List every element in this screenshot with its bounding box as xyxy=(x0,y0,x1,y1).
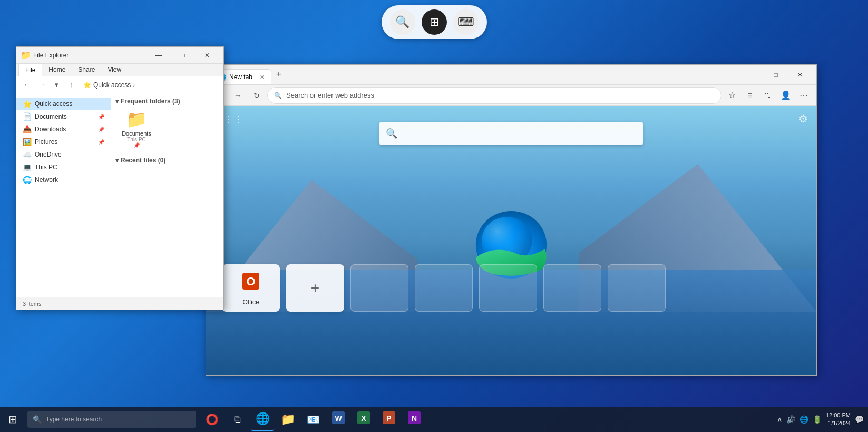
taskbar-search[interactable]: 🔍 Type here to search xyxy=(27,411,196,428)
onenote-icon: N xyxy=(408,411,421,427)
taskbar-search-placeholder: Type here to search xyxy=(46,416,102,423)
documents-pin-marker: 📌 xyxy=(133,142,140,148)
edge-taskbar-button[interactable]: 🌐 xyxy=(251,408,274,431)
file-explorer-title: File Explorer xyxy=(33,52,69,59)
sidebar-pictures-label: Pictures xyxy=(35,138,57,146)
explorer-taskbar-button[interactable]: 📁 xyxy=(276,408,299,431)
maximize-button[interactable]: □ xyxy=(171,47,195,64)
newtab-settings-button[interactable]: ⚙ xyxy=(798,112,808,125)
recent-files-header[interactable]: ▾ Recent files (0) xyxy=(115,157,219,164)
tab-file[interactable]: File xyxy=(18,64,42,76)
speed-dial-office-label: Office xyxy=(242,299,259,306)
forward-button[interactable]: → xyxy=(35,79,48,91)
browser-forward-button[interactable]: → xyxy=(229,87,246,104)
window-controls: — □ ✕ xyxy=(147,47,219,64)
downloads-icon: 📥 xyxy=(23,125,32,133)
frequent-folders-header[interactable]: ▾ Frequent folders (3) xyxy=(115,98,219,105)
sidebar-item-quick-access[interactable]: ⭐ Quick access xyxy=(16,98,111,110)
file-explorer-icon: 📁 xyxy=(21,50,31,60)
sidebar-item-onedrive[interactable]: ☁️ OneDrive xyxy=(16,148,111,161)
mail-taskbar-button[interactable]: 📧 xyxy=(301,408,325,431)
cortana-button[interactable]: ⭕ xyxy=(200,408,223,431)
tab-home[interactable]: Home xyxy=(42,64,72,76)
favorites-button[interactable]: ☆ xyxy=(724,87,740,104)
sidebar-onedrive-label: OneDrive xyxy=(35,151,62,158)
collections-button[interactable]: 🗂 xyxy=(759,87,776,104)
remote-desktop-button[interactable]: ⊞ xyxy=(422,9,447,35)
newtab-search-bar[interactable]: 🔍 xyxy=(379,122,643,145)
folder-grid: 📁 Documents This PC 📌 xyxy=(115,107,219,150)
keyboard-button[interactable]: ⌨ xyxy=(453,9,479,35)
speed-dial-empty-2 xyxy=(415,264,473,312)
volume-icon[interactable]: 🔊 xyxy=(786,415,795,424)
newtab-search-input[interactable] xyxy=(402,129,637,138)
pictures-icon: 🖼️ xyxy=(23,138,32,146)
reading-list-button[interactable]: ≡ xyxy=(742,87,758,104)
profile-button[interactable]: 👤 xyxy=(777,87,794,104)
sidebar-item-this-pc[interactable]: 💻 This PC xyxy=(16,161,111,174)
sidebar-item-pictures[interactable]: 🖼️ Pictures 📌 xyxy=(16,136,111,148)
titlebar-left: 📁 File Explorer xyxy=(21,50,69,60)
documents-folder[interactable]: 📁 Documents This PC 📌 xyxy=(115,107,158,150)
browser-navbar: ← → ↻ 🔍 Search or enter web address ☆ ≡ … xyxy=(206,85,816,106)
recent-locations-button[interactable]: ▾ xyxy=(50,79,63,91)
documents-icon: 📄 xyxy=(23,112,32,121)
file-explorer-window: 📁 File Explorer — □ ✕ File Home Share Vi… xyxy=(16,46,224,310)
svg-text:W: W xyxy=(335,414,342,423)
status-bar: 3 items xyxy=(16,297,223,310)
close-button[interactable]: ✕ xyxy=(195,47,219,64)
breadcrumb[interactable]: ⭐ Quick access › xyxy=(80,79,219,91)
downloads-pin-icon: 📌 xyxy=(98,127,104,132)
speed-dial-office[interactable]: O Office xyxy=(222,264,280,312)
onenote-taskbar-button[interactable]: N xyxy=(403,408,426,431)
network-icon: 🌐 xyxy=(23,176,32,184)
frequent-folders-section: ▾ Frequent folders (3) 📁 Documents This … xyxy=(115,98,219,150)
ribbon-tabs: File Home Share View xyxy=(16,64,223,76)
notification-button[interactable]: 💬 xyxy=(855,415,864,424)
item-count: 3 items xyxy=(23,301,41,307)
newtab-search-icon: 🔍 xyxy=(386,128,397,139)
up-button[interactable]: ↑ xyxy=(65,79,77,91)
tab-share[interactable]: Share xyxy=(72,64,101,76)
taskbar: ⊞ 🔍 Type here to search ⭕ ⧉ 🌐 📁 📧 W X xyxy=(0,407,868,432)
word-taskbar-button[interactable]: W xyxy=(327,408,350,431)
sidebar-network-label: Network xyxy=(35,176,58,184)
speed-dial-add[interactable]: + xyxy=(286,264,344,312)
address-bar[interactable]: 🔍 Search or enter web address xyxy=(267,87,721,104)
browser-minimize-button[interactable]: — xyxy=(739,66,764,83)
back-button[interactable]: ← xyxy=(21,79,33,91)
more-button[interactable]: ⋯ xyxy=(795,87,812,104)
mail-taskbar-icon: 📧 xyxy=(307,413,320,426)
office-icon: O xyxy=(240,271,261,296)
cortana-icon: ⭕ xyxy=(206,413,219,426)
tab-close-button[interactable]: ✕ xyxy=(260,74,265,81)
excel-taskbar-button[interactable]: X xyxy=(352,408,375,431)
tab-view[interactable]: View xyxy=(101,64,128,76)
minimize-button[interactable]: — xyxy=(147,47,171,64)
browser-content: ⋮⋮⋮ 🔍 ⚙ xyxy=(206,106,816,375)
sidebar-item-downloads[interactable]: 📥 Downloads 📌 xyxy=(16,123,111,136)
browser-toolbar-right: ☆ ≡ 🗂 👤 ⋯ xyxy=(724,87,812,104)
recent-files-section: ▾ Recent files (0) xyxy=(115,157,219,164)
add-icon: + xyxy=(311,280,319,296)
browser-refresh-button[interactable]: ↻ xyxy=(248,87,265,104)
new-tab-button[interactable]: + xyxy=(271,68,286,82)
sidebar-item-documents[interactable]: 📄 Documents 📌 xyxy=(16,110,111,123)
tab-label: New tab xyxy=(229,73,252,81)
sidebar-item-network[interactable]: 🌐 Network xyxy=(16,174,111,186)
system-clock[interactable]: 12:00 PM 1/1/2024 xyxy=(826,411,851,428)
browser-close-button[interactable]: ✕ xyxy=(788,66,812,83)
quick-access-icon: ⭐ xyxy=(23,100,32,108)
start-button[interactable]: ⊞ xyxy=(0,407,25,432)
network-status-icon[interactable]: 🌐 xyxy=(799,415,808,424)
zoom-button[interactable]: 🔍 xyxy=(390,9,415,35)
breadcrumb-chevron: › xyxy=(133,81,135,89)
powerpoint-taskbar-button[interactable]: P xyxy=(377,408,401,431)
task-view-button[interactable]: ⧉ xyxy=(226,408,249,431)
zoom-icon: 🔍 xyxy=(395,15,409,29)
battery-icon[interactable]: 🔋 xyxy=(813,415,822,424)
address-search-icon: 🔍 xyxy=(274,92,282,99)
browser-maximize-button[interactable]: □ xyxy=(764,66,788,83)
show-hidden-icons-button[interactable]: ∧ xyxy=(777,415,782,424)
keyboard-icon: ⌨ xyxy=(457,15,474,29)
